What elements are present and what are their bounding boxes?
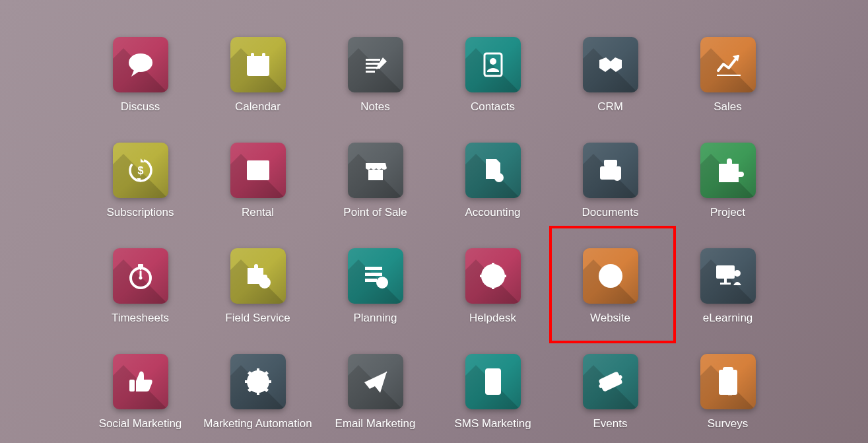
app-email-marketing[interactable]: Email Marketing (317, 354, 434, 430)
website-tile[interactable] (583, 248, 638, 304)
app-notes[interactable]: Notes (317, 37, 434, 114)
subscriptions-tile[interactable]: $ (113, 143, 168, 198)
globe-icon (595, 260, 626, 292)
svg-rect-41 (492, 283, 494, 289)
point-of-sale-tile[interactable] (348, 143, 403, 198)
timesheets-tile[interactable] (113, 248, 168, 304)
svg-rect-52 (257, 368, 259, 372)
app-label: Discuss (121, 100, 160, 114)
svg-rect-47 (724, 279, 727, 283)
sms-marketing-tile[interactable]: SMS (465, 354, 521, 409)
app-accounting[interactable]: Accounting (434, 143, 552, 219)
documents-tile[interactable] (583, 143, 638, 198)
svg-rect-60 (252, 378, 264, 386)
svg-point-13 (490, 58, 496, 65)
app-label: CRM (597, 100, 623, 114)
svg-rect-4 (247, 56, 269, 61)
chart-icon (713, 50, 743, 80)
svg-rect-17 (250, 164, 257, 167)
svg-rect-43 (500, 275, 506, 277)
calendar-tile[interactable] (230, 37, 286, 92)
app-label: Documents (582, 206, 639, 219)
app-website[interactable]: Website (552, 248, 669, 325)
refresh-dollar-icon: $ (125, 154, 156, 186)
rental-tile[interactable] (230, 143, 286, 198)
svg-rect-53 (257, 391, 259, 395)
calendar-icon (243, 50, 273, 80)
app-point-of-sale[interactable]: Point of Sale (317, 143, 434, 219)
app-project[interactable]: Project (669, 143, 787, 219)
svg-point-49 (734, 270, 741, 277)
svg-rect-31 (140, 267, 141, 270)
svg-point-25 (497, 176, 501, 180)
surveys-tile[interactable] (700, 354, 756, 409)
app-contacts[interactable]: Contacts (434, 37, 552, 114)
puzzle-icon (712, 154, 744, 186)
app-marketing-automation[interactable]: Marketing Automation (199, 354, 317, 430)
notes-tile[interactable] (348, 37, 403, 92)
paper-plane-icon (360, 366, 391, 397)
app-calendar[interactable]: Calendar (199, 37, 317, 114)
svg-rect-6 (262, 53, 265, 59)
app-helpdesk[interactable]: Helpdesk (434, 248, 552, 325)
ticket-icon (595, 366, 626, 397)
store-icon (360, 155, 391, 186)
svg-rect-42 (480, 275, 486, 277)
svg-rect-54 (245, 380, 249, 383)
app-label: Marketing Automation (203, 417, 312, 430)
app-elearning[interactable]: eLearning (669, 248, 787, 325)
stopwatch-icon (125, 261, 156, 291)
project-tile[interactable] (700, 143, 756, 198)
app-timesheets[interactable]: Timesheets (82, 248, 199, 325)
elearning-tile[interactable] (700, 248, 756, 304)
social-marketing-tile[interactable] (113, 354, 168, 409)
svg-rect-23 (488, 169, 496, 171)
helpdesk-tile[interactable] (465, 248, 521, 304)
discuss-tile[interactable] (113, 37, 168, 92)
svg-rect-27 (604, 160, 617, 166)
thumb-icon (125, 366, 156, 397)
svg-text:$: $ (137, 165, 143, 176)
app-sms-marketing[interactable]: SMSSMS Marketing (434, 354, 552, 430)
marketing-automation-tile[interactable] (230, 354, 286, 409)
svg-rect-40 (492, 263, 494, 269)
contacts-tile[interactable] (465, 37, 521, 92)
sales-tile[interactable] (700, 37, 756, 92)
app-events[interactable]: Events (552, 354, 669, 430)
app-discuss[interactable]: Discuss (82, 37, 199, 114)
svg-rect-5 (251, 53, 254, 59)
field-service-tile[interactable] (230, 248, 286, 304)
app-sales[interactable]: Sales (669, 37, 787, 114)
app-subscriptions[interactable]: $Subscriptions (82, 143, 199, 219)
email-marketing-tile[interactable] (348, 354, 403, 409)
planning-tile[interactable] (348, 248, 403, 304)
svg-rect-19 (251, 174, 257, 176)
app-surveys[interactable]: Surveys (669, 354, 787, 430)
app-planning[interactable]: Planning (317, 248, 434, 325)
gear-mail-icon (242, 366, 274, 397)
svg-rect-46 (716, 265, 735, 279)
app-label: Subscriptions (106, 206, 174, 219)
events-tile[interactable] (583, 354, 638, 409)
app-label: Timesheets (112, 312, 169, 325)
app-label: Calendar (235, 100, 281, 114)
app-documents[interactable]: Documents (552, 143, 669, 219)
svg-rect-36 (365, 279, 377, 282)
crm-tile[interactable] (583, 37, 638, 92)
accounting-tile[interactable] (465, 143, 521, 198)
app-label: SMS Marketing (454, 417, 531, 430)
svg-rect-8 (366, 59, 380, 61)
app-social-marketing[interactable]: Social Marketing (82, 354, 199, 430)
app-rental[interactable]: Rental (199, 143, 317, 219)
app-crm[interactable]: CRM (552, 37, 669, 114)
gantt-icon (243, 155, 273, 186)
app-field-service[interactable]: Field Service (199, 248, 317, 325)
app-label: Planning (353, 312, 397, 325)
app-label: Contacts (471, 100, 515, 114)
lifebuoy-icon (477, 260, 509, 292)
svg-rect-9 (366, 63, 380, 65)
svg-rect-35 (365, 273, 382, 276)
svg-rect-72 (722, 380, 731, 382)
app-label: Project (710, 206, 745, 219)
chat-icon (125, 49, 156, 81)
